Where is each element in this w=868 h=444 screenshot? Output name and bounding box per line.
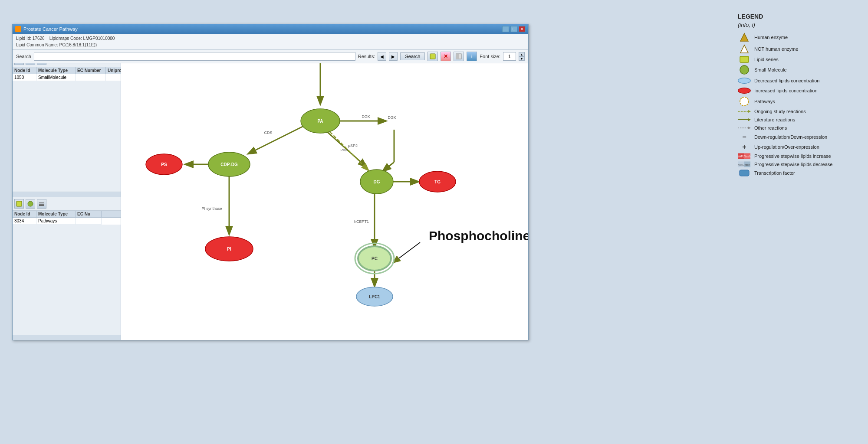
node-PS[interactable]: PS: [146, 154, 182, 175]
legend-label-human-enzyme: Human enzyme: [754, 35, 788, 40]
font-size-input[interactable]: [503, 52, 516, 61]
node-PI[interactable]: PI: [205, 237, 253, 261]
svg-rect-22: [430, 54, 435, 59]
font-size-label: Font size:: [480, 54, 500, 59]
pathway-svg: CDS DGK PAP pSP2 PI synthase hCEPT1: [121, 54, 528, 340]
label-hcept1: hCEPT1: [354, 219, 369, 224]
legend-item-pathways: Pathways: [738, 97, 859, 106]
legend-label-increased-lipids: Increased lipids concentration: [754, 88, 818, 93]
bottom-table-row[interactable]: 3034 Pathways: [13, 218, 121, 225]
lipidomaps-label: Lipidmaps Code:: [49, 36, 83, 41]
minimize-button[interactable]: _: [502, 26, 509, 32]
maximize-button[interactable]: □: [510, 26, 517, 32]
other-reactions-icon: [738, 125, 751, 131]
svg-marker-12: [748, 127, 751, 129]
node-PS-label: PS: [161, 162, 167, 167]
legend-label-pathways: Pathways: [754, 99, 775, 104]
label-pi-synthase: PI synthase: [201, 206, 222, 211]
legend-label-ongoing-reactions: Ongoing study reactions: [754, 109, 806, 114]
legend-label-down-regulation: Down-regulation/Down-expression: [754, 134, 827, 140]
font-size-up[interactable]: ▲: [519, 52, 525, 56]
title-bar-controls: _ □ ✕: [502, 26, 526, 32]
bottom-panel-btn-2[interactable]: [26, 199, 35, 209]
node-CDP-DG[interactable]: CDP-DG: [208, 152, 250, 176]
label-dgk-node: DGK: [388, 115, 396, 120]
label-dgk: DGK: [362, 114, 370, 119]
main-window: Prostate Cancer Pathway _ □ ✕ Lipid Id: …: [12, 24, 529, 340]
legend-label-other-reactions: Other reactions: [754, 125, 787, 131]
export-icon-button[interactable]: [427, 52, 438, 61]
node-TG-label: TG: [434, 180, 441, 184]
prev-result-button[interactable]: ◀: [378, 52, 386, 61]
node-TG[interactable]: TG: [419, 171, 456, 192]
up-regulation-icon: +: [738, 143, 751, 151]
progressive-increase-icon: NAFL Nash: [738, 153, 751, 159]
svg-text:Nash: Nash: [744, 155, 751, 158]
cell2-node-id: 3034: [13, 218, 36, 225]
bottom-panel-btn-1[interactable]: [14, 199, 24, 209]
close-button[interactable]: ✕: [519, 26, 526, 32]
svg-marker-1: [740, 45, 748, 53]
svg-text:nash: nash: [744, 163, 750, 166]
ongoing-reactions-icon: [738, 108, 751, 114]
font-size-down[interactable]: ▼: [519, 56, 525, 61]
lipid-id-label: Lipid Id:: [16, 36, 33, 41]
cell2-molecule-type: Pathways: [36, 218, 76, 225]
cell-molecule-type: SmallMolecule: [36, 74, 76, 81]
legend-item-down-regulation: − Down-regulation/Down-expression: [738, 133, 859, 141]
svg-text:NAFL: NAFL: [738, 163, 744, 166]
node-LPC1-label: LPC1: [369, 294, 380, 299]
top-table-row[interactable]: 1050 SmallMolecule: [13, 74, 121, 81]
legend-subtitle: (info, i): [738, 22, 859, 28]
decreased-lipids-icon: [738, 77, 751, 85]
svg-rect-35: [125, 54, 524, 340]
human-enzyme-icon: [738, 33, 751, 42]
svg-rect-21: [740, 170, 749, 176]
legend-item-literature-reactions: Literature reactions: [738, 117, 859, 123]
node-DG[interactable]: DG: [360, 170, 393, 194]
info-icon-button[interactable]: i: [467, 52, 477, 61]
col-molecule-type: Molecule Type: [36, 67, 76, 74]
view-icon-button[interactable]: [454, 52, 464, 61]
search-button[interactable]: Search: [400, 52, 425, 60]
legend-panel: LEGEND (info, i) Human enzyme NOT human …: [738, 13, 859, 179]
col2-ec-number: EC Nu: [76, 211, 102, 217]
svg-rect-32: [39, 202, 44, 203]
delete-icon-button[interactable]: ✕: [441, 52, 451, 61]
node-PC-label: PC: [372, 256, 378, 261]
node-PC[interactable]: PC: [355, 243, 394, 274]
legend-item-small-molecule: Small Molecule: [738, 65, 859, 75]
bottom-table-header: Node Id Molecule Type EC Nu: [13, 211, 121, 218]
font-size-spinner[interactable]: ▲ ▼: [519, 52, 525, 61]
node-PA-label: PA: [317, 119, 323, 124]
title-bar: Prostate Cancer Pathway _ □ ✕: [13, 24, 528, 34]
search-bar: Search Results: ◀ ▶ Search ✕ i Font size…: [13, 50, 528, 63]
small-molecule-icon: [738, 65, 751, 75]
node-PA[interactable]: PA: [301, 109, 340, 133]
bottom-panel-toolbar: [13, 197, 121, 211]
cell2-ec-number: [76, 218, 102, 225]
bottom-scrollbar[interactable]: [13, 335, 121, 340]
next-result-button[interactable]: ▶: [389, 52, 398, 61]
left-panel: Node Id Molecule Type EC Number Uniprot …: [13, 54, 121, 340]
legend-item-increased-lipids: Increased lipids concentration: [738, 87, 859, 95]
legend-label-decreased-lipids: Decreased lipids concentration: [754, 78, 819, 83]
svg-marker-8: [748, 110, 751, 113]
bottom-panel-btn-3[interactable]: [37, 199, 46, 209]
phosphocholine-label: Phosphocholine: [429, 229, 528, 243]
cell-node-id: 1050: [13, 74, 36, 81]
progressive-decrease-icon: NAFL nash: [738, 161, 751, 167]
legend-item-progressive-increase: NAFL Nash Progressive stepwise lipids in…: [738, 153, 859, 159]
node-LPC1[interactable]: LPC1: [356, 287, 393, 306]
label-psp2: pSP2: [348, 144, 358, 148]
svg-rect-2: [740, 56, 749, 62]
search-input[interactable]: [34, 52, 355, 61]
search-label: Search: [16, 54, 31, 59]
top-scrollbar[interactable]: [13, 192, 121, 197]
canvas-area: CDS DGK PAP pSP2 PI synthase hCEPT1: [121, 54, 528, 340]
pathways-icon: [738, 97, 751, 106]
legend-title: LEGEND: [738, 13, 859, 20]
lipid-series-icon: [738, 56, 751, 63]
col2-node-id: Node Id: [13, 211, 36, 217]
cell-ec-number: [76, 74, 106, 81]
